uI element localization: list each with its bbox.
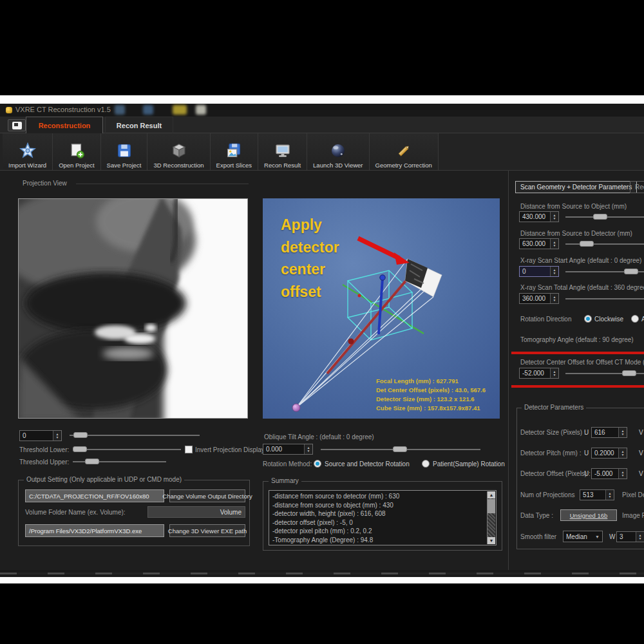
source-detector-slider[interactable]	[565, 240, 644, 247]
spinner-arrows[interactable]: ▲▼	[636, 532, 644, 542]
scroll-down-icon[interactable]: ▼	[488, 537, 495, 544]
geometry-correction-button[interactable]: Geometry Correction	[370, 133, 439, 170]
source-object-slider[interactable]	[565, 213, 644, 220]
summary-line: -detector offset (pixel) : -5, 0	[272, 518, 484, 527]
source-detector-spinner[interactable]: 630.000 ▲▼	[519, 238, 559, 249]
tomography-angle-label: Tomography Angle (default : 90 degree)	[520, 336, 634, 343]
viewer-3d[interactable]: Apply detector center offset Focal Lengt…	[263, 198, 500, 419]
change-viewer-exe-button[interactable]: Change 3D Viewer EXE path	[169, 524, 245, 537]
spinner-arrows[interactable]: ▲▼	[550, 239, 558, 249]
volume-output-directory-field[interactable]: C:/CTDATA_PROJECTION_RF/FOV160x80	[25, 489, 164, 502]
spinner-arrows[interactable]: ▲▼	[550, 294, 558, 303]
slider-handle[interactable]	[73, 432, 88, 438]
detector-center-offset-spinner[interactable]: -52.000 ▲▼	[519, 368, 559, 379]
frame-index-value: 0	[20, 432, 53, 439]
launch-3d-viewer-button[interactable]: Launch 3D Viewer	[307, 133, 369, 170]
anticlockwise-radio[interactable]	[631, 315, 639, 323]
patient-rotation-radio[interactable]	[422, 460, 430, 468]
detector-offset-u-spinner[interactable]: -5.000 ▲▼	[591, 468, 627, 479]
slider-handle[interactable]	[580, 241, 594, 247]
scan-total-angle-spinner[interactable]: 360.000 ▲▼	[519, 293, 559, 304]
spinner-arrows[interactable]: ▲▼	[550, 368, 558, 378]
change-volume-directory-button[interactable]: Change Volume Output Directory	[169, 489, 245, 502]
oblique-tilt-spinner[interactable]: 0.000 ▲▼	[263, 444, 313, 455]
spinner-arrows[interactable]: ▲▼	[618, 428, 627, 437]
threshold-lower-slider[interactable]	[73, 446, 181, 453]
detector-size-u-value: 616	[592, 429, 618, 436]
source-object-spinner[interactable]: 430.000 ▲▼	[519, 211, 559, 222]
frame-index-spinner[interactable]: 0 ▲▼	[19, 430, 62, 441]
open-project-button[interactable]: Open Project	[53, 133, 100, 170]
recon-result-button[interactable]: Recon Result	[258, 133, 307, 170]
smooth-filter-dropdown[interactable]: Median▼	[563, 531, 603, 542]
detector-pitch-label: Detector Pitch (mm) :	[520, 450, 581, 457]
scan-start-angle-spinner[interactable]: 0 ▲▼	[519, 266, 559, 277]
slider-handle[interactable]	[393, 446, 407, 452]
panel-divider	[508, 171, 509, 571]
floppy-image-icon	[224, 141, 243, 160]
volume-folder-input[interactable]: Volume	[147, 506, 245, 518]
summary-listbox[interactable]: -distance from source to detector (mm) :…	[269, 490, 497, 545]
detector-center-offset-slider[interactable]	[565, 370, 644, 377]
summary-line: -distance from source to detector (mm) :…	[272, 492, 484, 501]
source-detector-rotation-radio[interactable]	[314, 460, 321, 468]
spinner-arrows[interactable]: ▲▼	[618, 448, 627, 458]
summary-line: -Tomography Angle (Degree) : 94.8	[272, 536, 484, 545]
slider-handle[interactable]	[85, 459, 99, 464]
detector-parameters-title: Detector Parameters	[522, 404, 586, 411]
slider-handle[interactable]	[73, 446, 87, 452]
apply-offset-annotation: Apply detector center offset	[281, 214, 358, 303]
slider-handle[interactable]	[593, 214, 607, 220]
num-projections-label: Num of Projections	[520, 491, 574, 498]
detector-pitch-u-spinner[interactable]: 0.2000 ▲▼	[591, 448, 627, 459]
source-detector-value: 630.000	[520, 240, 550, 247]
tab-reconstruction[interactable]: Reconstruction	[26, 117, 103, 133]
app-menu-button[interactable]	[8, 119, 26, 131]
toolbar-button-label: Recon Result	[264, 162, 301, 169]
toolbar-button-label: Geometry Correction	[375, 162, 432, 169]
spinner-arrows[interactable]: ▲▼	[618, 469, 627, 478]
scan-total-angle-slider[interactable]	[565, 295, 644, 302]
scroll-up-icon[interactable]: ▲	[488, 491, 495, 498]
clockwise-radio[interactable]	[584, 315, 592, 323]
summary-scrollbar[interactable]: ▲ ▼	[487, 491, 495, 544]
w-spinner[interactable]: 3 ▲▼	[616, 531, 644, 542]
stat-focal-length: Focal Length (mm) : 627.791	[376, 377, 498, 384]
detector-size-u-spinner[interactable]: 616 ▲▼	[591, 427, 627, 438]
viewer-exe-path-field[interactable]: /Program Files/VX3D2/PlatformVX3D.exe	[25, 524, 164, 537]
spinner-arrows[interactable]: ▲▼	[605, 490, 614, 500]
data-type-button[interactable]: Unsigned 16b	[560, 509, 617, 521]
rotation-direction-label: Rotation Direction	[520, 316, 571, 323]
projection-image[interactable]	[18, 198, 248, 419]
num-projections-spinner[interactable]: 513 ▲▼	[580, 489, 614, 500]
spinner-arrows[interactable]: ▲▼	[550, 212, 558, 222]
stat-det-center-offset: Det Center Offset (pixels) : 43.0, 567.6	[376, 386, 498, 393]
frame-index-slider[interactable]	[70, 431, 200, 439]
3d-reconstruction-button[interactable]: 3D Reconstruction	[147, 133, 210, 170]
scan-start-angle-slider[interactable]	[565, 268, 644, 275]
spinner-arrows[interactable]: ▲▼	[53, 431, 61, 440]
import-wizard-button[interactable]: Import Wizard	[3, 133, 53, 170]
save-project-button[interactable]: Save Project	[101, 133, 148, 170]
oblique-tilt-slider[interactable]	[321, 446, 480, 453]
threshold-upper-label: Threshold Upper:	[19, 459, 69, 466]
titlebar: VXRE CT Reconstruction v1.5	[0, 104, 644, 117]
tab-scan-geometry[interactable]: Scan Geometry + Detector Parameters	[515, 181, 637, 193]
slider-handle[interactable]	[624, 269, 638, 274]
spinner-arrows[interactable]: ▲▼	[550, 267, 558, 276]
toolbar-button-label: Open Project	[59, 162, 94, 169]
export-slices-button[interactable]: Export Slices	[211, 133, 258, 170]
data-type-label: Data Type :	[520, 512, 553, 519]
detector-pitch-u-value: 0.2000	[592, 450, 618, 457]
stat-cube-size: Cube Size (mm) : 157.8x157.9x87.41	[376, 404, 498, 412]
desktop-strip-bottom	[0, 577, 644, 583]
spinner-arrows[interactable]: ▲▼	[304, 444, 312, 454]
tab-recon-result[interactable]: Recon Result	[105, 117, 173, 133]
scrollbar-thumb[interactable]	[488, 499, 495, 513]
threshold-upper-slider[interactable]	[73, 458, 166, 465]
tab-recon-params[interactable]: Recon	[630, 181, 644, 193]
slider-handle[interactable]	[622, 370, 636, 376]
cube-icon	[169, 141, 189, 160]
invert-projection-checkbox[interactable]	[185, 446, 193, 453]
scan-start-angle-value: 0	[520, 268, 550, 275]
